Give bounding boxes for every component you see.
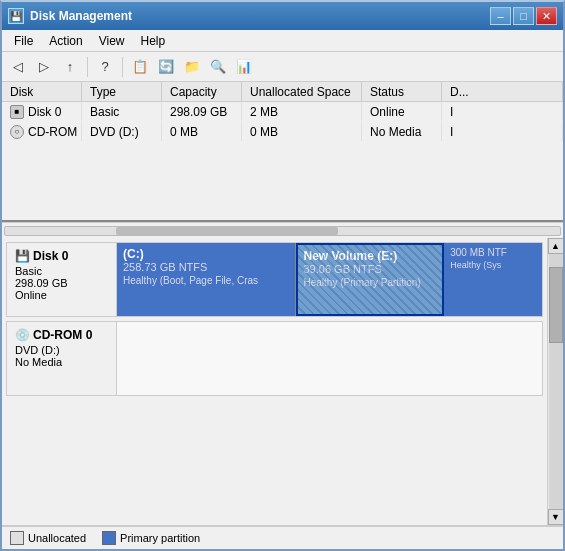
toolbar-btn3[interactable]: 📁 [180,56,204,78]
main-content: Disk Type Capacity Unallocated Space Sta… [2,82,563,525]
cell-disk-0-extra: I [442,102,563,121]
cell-disk-0-name: ■ Disk 0 [2,102,82,121]
up-button[interactable]: ↑ [58,56,82,78]
status-bar: Unallocated Primary partition [2,525,563,549]
vscroll-up-button[interactable]: ▲ [548,238,564,254]
minimize-button[interactable]: – [490,7,511,25]
partition-300[interactable]: 300 MB NTF Healthy (Sys [444,243,542,316]
partition-300-size: 300 MB NTF [450,247,536,258]
toolbar-btn5[interactable]: 📊 [232,56,256,78]
table-body: ■ Disk 0 Basic 298.09 GB 2 MB Online I ○… [2,102,563,220]
menu-help[interactable]: Help [133,32,174,50]
app-icon: 💾 [8,8,24,24]
hdd-icon: ■ [10,105,24,119]
cell-disk-0-type: Basic [82,102,162,121]
disk-map-row-cdrom0: 💿 CD-ROM 0 DVD (D:) No Media [6,321,543,396]
partition-e-drive: New Volume (E:) [304,249,437,263]
cell-cdrom-0-unallocated: 0 MB [242,122,362,141]
cell-cdrom-0-name: ○ CD-ROM 0 [2,122,82,141]
legend-primary-box [102,531,116,545]
cell-disk-0-unallocated: 2 MB [242,102,362,121]
partition-e-size: 39.06 GB NTFS [304,263,437,275]
disk0-label-size: 298.09 GB [15,277,108,289]
hscroll-thumb[interactable] [116,227,338,235]
toolbar: ◁ ▷ ↑ ? 📋 🔄 📁 🔍 📊 [2,52,563,82]
vscroll-track[interactable] [549,254,563,509]
menu-file[interactable]: File [6,32,41,50]
cdrom0-label-name: 💿 CD-ROM 0 [15,328,108,342]
cell-cdrom-0-extra: I [442,122,563,141]
menu-view[interactable]: View [91,32,133,50]
partition-300-health: Healthy (Sys [450,260,536,270]
menu-action[interactable]: Action [41,32,90,50]
legend-primary-label: Primary partition [120,532,200,544]
cdrom0-label: 💿 CD-ROM 0 DVD (D:) No Media [7,322,117,395]
toolbar-separator-2 [122,57,123,77]
main-window: 💾 Disk Management – □ ✕ File Action View… [0,0,565,551]
forward-button[interactable]: ▷ [32,56,56,78]
cell-disk-0-status: Online [362,102,442,121]
col-header-extra[interactable]: D... [442,82,563,101]
table-row[interactable]: ○ CD-ROM 0 DVD (D:) 0 MB 0 MB No Media I [2,122,563,142]
cdrom0-label-status: No Media [15,356,108,368]
maximize-button[interactable]: □ [513,7,534,25]
cdrom0-partitions [117,322,542,395]
col-header-capacity[interactable]: Capacity [162,82,242,101]
hscroll-track[interactable] [4,226,561,236]
vscroll-down-button[interactable]: ▼ [548,509,564,525]
disk-map-row-disk0: 💾 Disk 0 Basic 298.09 GB Online (C:) 258… [6,242,543,317]
cdrom0-icon: 💿 [15,328,30,342]
table-header: Disk Type Capacity Unallocated Space Sta… [2,82,563,102]
col-header-unallocated[interactable]: Unallocated Space [242,82,362,101]
close-button[interactable]: ✕ [536,7,557,25]
disk0-partitions: (C:) 258.73 GB NTFS Healthy (Boot, Page … [117,243,542,316]
legend-unallocated: Unallocated [10,531,86,545]
back-button[interactable]: ◁ [6,56,30,78]
window-title: Disk Management [30,9,490,23]
vscrollbar[interactable]: ▲ ▼ [547,238,563,525]
disk-map-scroll: 💾 Disk 0 Basic 298.09 GB Online (C:) 258… [2,238,547,525]
table-row[interactable]: ■ Disk 0 Basic 298.09 GB 2 MB Online I [2,102,563,122]
partition-e-health: Healthy (Primary Partition) [304,277,437,288]
partition-c-drive: (C:) [123,247,289,261]
partition-c[interactable]: (C:) 258.73 GB NTFS Healthy (Boot, Page … [117,243,296,316]
disk0-label-type: Basic [15,265,108,277]
legend-primary: Primary partition [102,531,200,545]
properties-button[interactable]: 📋 [128,56,152,78]
vscroll-thumb[interactable] [549,267,563,344]
window-controls: – □ ✕ [490,7,557,25]
disk-table: Disk Type Capacity Unallocated Space Sta… [2,82,563,222]
cdrom-icon: ○ [10,125,24,139]
disk-map-area: 💾 Disk 0 Basic 298.09 GB Online (C:) 258… [2,238,563,525]
col-header-type[interactable]: Type [82,82,162,101]
col-header-disk[interactable]: Disk [2,82,82,101]
col-header-status[interactable]: Status [362,82,442,101]
partition-e[interactable]: New Volume (E:) 39.06 GB NTFS Healthy (P… [296,243,445,316]
disk0-label-name: 💾 Disk 0 [15,249,108,263]
cell-cdrom-0-type: DVD (D:) [82,122,162,141]
legend-unalloc-box [10,531,24,545]
disk0-icon: 💾 [15,249,30,263]
toolbar-separator-1 [87,57,88,77]
cell-disk-0-capacity: 298.09 GB [162,102,242,121]
cell-cdrom-0-status: No Media [362,122,442,141]
disk0-label: 💾 Disk 0 Basic 298.09 GB Online [7,243,117,316]
toolbar-btn4[interactable]: 🔍 [206,56,230,78]
legend-unalloc-label: Unallocated [28,532,86,544]
title-bar: 💾 Disk Management – □ ✕ [2,2,563,30]
refresh-button[interactable]: 🔄 [154,56,178,78]
partition-c-health: Healthy (Boot, Page File, Cras [123,275,289,286]
disk0-label-status: Online [15,289,108,301]
menu-bar: File Action View Help [2,30,563,52]
cdrom0-label-type: DVD (D:) [15,344,108,356]
table-hscrollbar[interactable] [2,222,563,238]
cell-cdrom-0-capacity: 0 MB [162,122,242,141]
help-button[interactable]: ? [93,56,117,78]
partition-c-size: 258.73 GB NTFS [123,261,289,273]
